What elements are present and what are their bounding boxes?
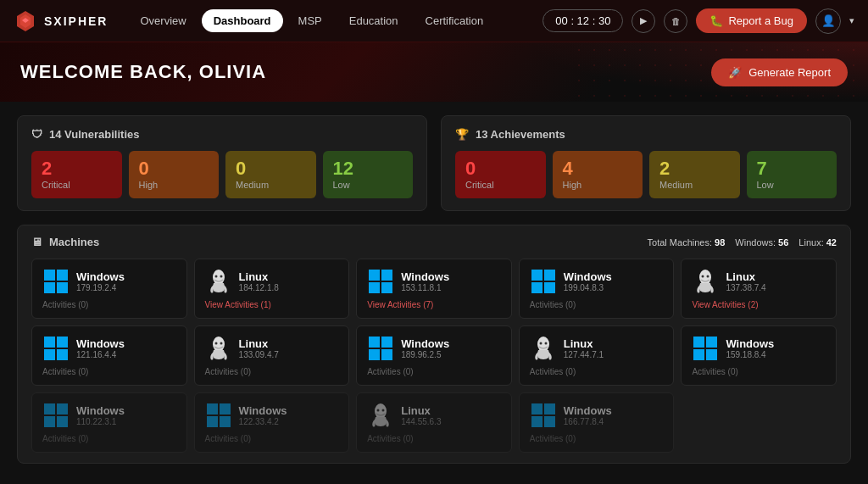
svg-rect-35 <box>693 337 704 348</box>
navbar: SXIPHER Overview Dashboard MSP Education… <box>0 0 868 42</box>
machine-card[interactable]: Windows 159.18.8.4 Activities (0) <box>681 325 837 386</box>
svg-point-26 <box>214 342 217 345</box>
svg-rect-3 <box>44 270 55 281</box>
svg-point-27 <box>220 342 222 345</box>
ach-high[interactable]: 4 High <box>553 151 643 198</box>
vuln-low[interactable]: 12 Low <box>323 151 414 198</box>
achievements-card: 🏆 13 Achievements 0 Critical 4 High 2 Me… <box>441 115 851 211</box>
machine-ip: 199.04.8.3 <box>564 283 612 292</box>
ach-medium-value: 2 <box>659 159 730 178</box>
svg-point-7 <box>213 270 225 285</box>
svg-rect-45 <box>207 416 218 427</box>
machine-ip: 179.19.2.4 <box>76 283 125 292</box>
nav-dashboard[interactable]: Dashboard <box>202 9 283 32</box>
machine-info: Windows 199.04.8.3 <box>564 270 612 292</box>
machine-top: Windows 153.11.8.1 <box>367 268 501 295</box>
user-profile-button[interactable]: 👤 <box>815 8 841 34</box>
machine-ip: 121.16.4.4 <box>76 350 125 359</box>
machine-card[interactable]: Linux 127.44.7.1 Activities (0) <box>519 325 675 386</box>
machine-activity: Activities (0) <box>530 300 664 309</box>
ach-critical[interactable]: 0 Critical <box>455 151 546 198</box>
machine-card[interactable]: Windows 166.77.8.4 Activities (0) <box>519 392 675 453</box>
machine-card[interactable]: Windows 189.96.2.5 Activities (0) <box>356 325 512 386</box>
machine-activity[interactable]: View Activities (2) <box>692 300 826 309</box>
windows-os-icon <box>692 335 719 362</box>
vuln-critical[interactable]: 2 Critical <box>31 151 122 198</box>
nav-overview[interactable]: Overview <box>128 9 198 32</box>
machine-info: Windows 122.33.4.2 <box>239 404 287 426</box>
svg-point-19 <box>702 275 704 278</box>
machine-top: Windows 189.96.2.5 <box>367 335 501 362</box>
achievements-title: 13 Achievements <box>476 128 565 141</box>
svg-rect-30 <box>369 349 380 360</box>
windows-os-icon <box>367 335 394 362</box>
nav-education[interactable]: Education <box>337 9 410 32</box>
svg-rect-22 <box>57 337 68 348</box>
nav-certification[interactable]: Certification <box>414 9 496 32</box>
machine-top: Windows 121.16.4.4 <box>42 335 176 362</box>
machine-name: Linux <box>726 270 765 283</box>
machine-ip: 133.09.4.7 <box>239 350 279 359</box>
nav-msp[interactable]: MSP <box>287 9 334 32</box>
machine-card[interactable]: Linux 184.12.1.8 View Activities (1) <box>194 259 350 319</box>
machines-title-text: Machines <box>49 236 99 248</box>
machine-activity: Activities (0) <box>205 367 339 376</box>
svg-rect-10 <box>369 270 380 281</box>
welcome-title: WELCOME BACK, OLIVIA <box>20 61 266 83</box>
machine-activity[interactable]: View Activities (1) <box>205 300 339 309</box>
vuln-medium-label: Medium <box>236 180 306 190</box>
svg-rect-44 <box>220 403 231 414</box>
machine-card[interactable]: Linux 137.38.7.4 View Activities (2) <box>681 259 837 319</box>
machine-card[interactable]: Windows 153.11.8.1 View Activities (7) <box>356 259 512 319</box>
machine-top: Linux 144.55.6.3 <box>367 402 501 429</box>
machine-card[interactable]: Windows 179.19.2.4 Activities (0) <box>31 259 187 319</box>
machine-ip: 153.11.8.1 <box>401 283 449 292</box>
svg-point-18 <box>699 270 711 285</box>
linux-os-icon <box>530 335 557 362</box>
svg-rect-36 <box>706 337 717 348</box>
machines-row-3: Windows 110.22.3.1 Activities (0) Window… <box>31 392 837 453</box>
vuln-high[interactable]: 0 High <box>129 151 220 198</box>
svg-rect-11 <box>381 270 392 281</box>
report-bug-button[interactable]: 🐛 Report a Bug <box>696 8 807 33</box>
timer-play-button[interactable]: ▶ <box>632 9 655 33</box>
machines-row-1: Windows 179.19.2.4 Activities (0) Linux <box>31 259 837 319</box>
svg-rect-23 <box>44 349 55 360</box>
timer-value: 00 : 12 : 30 <box>555 14 610 27</box>
svg-point-47 <box>375 403 387 419</box>
svg-rect-28 <box>369 337 380 348</box>
svg-rect-6 <box>57 282 68 293</box>
machine-card[interactable]: Linux 144.55.6.3 Activities (0) <box>356 392 512 453</box>
svg-rect-39 <box>44 403 55 414</box>
monitor-icon: 🖥 <box>31 236 42 248</box>
timer-reset-button[interactable]: 🗑 <box>664 9 687 33</box>
user-dropdown-button[interactable]: ▾ <box>849 15 854 26</box>
machine-top: Linux 184.12.1.8 <box>205 268 339 295</box>
machine-card[interactable]: Windows 110.22.3.1 Activities (0) <box>31 392 187 453</box>
vuln-medium[interactable]: 0 Medium <box>225 151 316 198</box>
machine-activity: Activities (0) <box>42 367 176 376</box>
machine-ip: 166.77.8.4 <box>564 417 612 426</box>
windows-os-icon <box>42 402 70 429</box>
ach-medium[interactable]: 2 Medium <box>649 151 740 198</box>
machine-name: Windows <box>564 270 612 283</box>
machines-row-2: Windows 121.16.4.4 Activities (0) Linux <box>31 325 837 386</box>
vuln-high-value: 0 <box>139 159 209 178</box>
vuln-critical-label: Critical <box>42 180 112 190</box>
logo[interactable]: SXIPHER <box>14 9 108 33</box>
svg-rect-46 <box>220 416 231 427</box>
machine-card[interactable]: Linux 133.09.4.7 Activities (0) <box>194 325 350 386</box>
machine-card[interactable]: Windows 122.33.4.2 Activities (0) <box>194 392 350 453</box>
svg-rect-4 <box>57 270 68 281</box>
machine-activity: Activities (0) <box>42 300 176 309</box>
machine-activity[interactable]: View Activities (7) <box>367 300 501 309</box>
linux-os-icon <box>692 268 719 295</box>
ach-low-label: Low <box>757 180 827 190</box>
machine-card[interactable]: Windows 121.16.4.4 Activities (0) <box>31 325 187 386</box>
bug-icon: 🐛 <box>709 14 723 27</box>
generate-report-button[interactable]: 🚀 Generate Report <box>711 58 848 86</box>
machine-card[interactable]: Windows 199.04.8.3 Activities (0) <box>519 259 675 319</box>
svg-rect-37 <box>693 349 704 360</box>
svg-rect-17 <box>544 282 555 293</box>
ach-low[interactable]: 7 Low <box>747 151 837 198</box>
